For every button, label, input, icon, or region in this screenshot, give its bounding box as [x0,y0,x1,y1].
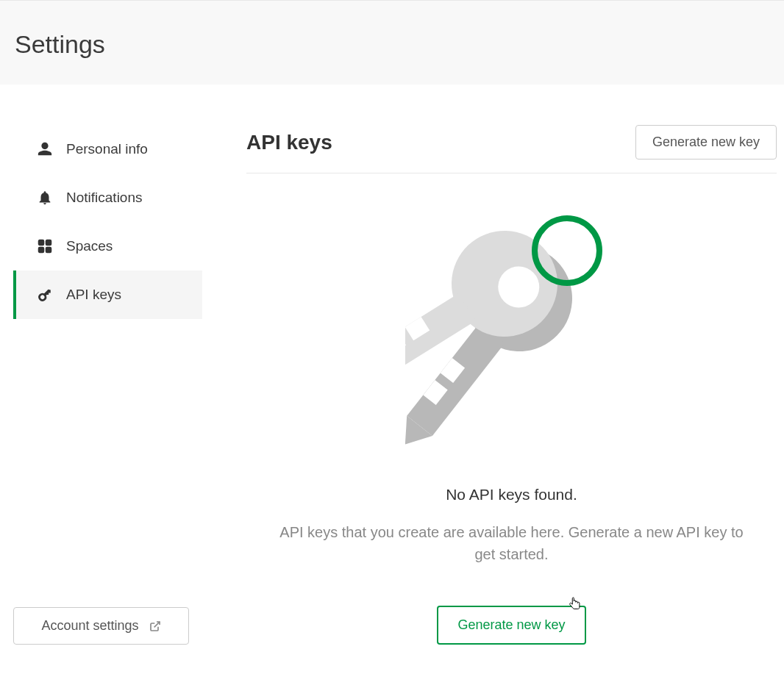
sidebar-item-label: Notifications [66,190,143,206]
svg-rect-0 [39,240,44,245]
key-icon [37,287,53,303]
svg-line-4 [154,622,159,627]
keys-illustration [405,214,619,456]
sidebar-item-notifications[interactable]: Notifications [13,173,202,222]
empty-state-title: No API keys found. [446,486,577,503]
account-settings-button[interactable]: Account settings [13,607,189,645]
sidebar-item-label: API keys [66,287,121,303]
grid-icon [37,238,53,254]
empty-state-description: API keys that you create are available h… [277,521,747,565]
sidebar-item-label: Spaces [66,238,113,254]
sidebar-items: Personal info Notifications Space [13,125,202,512]
main-panel: API keys Generate new key [202,125,784,645]
sidebar-item-spaces[interactable]: Spaces [13,222,202,270]
sidebar: Personal info Notifications Space [0,125,202,645]
account-settings-label: Account settings [41,618,138,634]
person-icon [37,141,53,157]
content-area: Personal info Notifications Space [0,85,784,645]
empty-state: No API keys found. API keys that you cre… [246,173,777,645]
section-title: API keys [246,131,332,154]
sidebar-item-personal-info[interactable]: Personal info [13,125,202,173]
external-link-icon [149,620,161,632]
sidebar-item-api-keys[interactable]: API keys [13,270,202,319]
svg-rect-2 [39,248,44,253]
page-header: Settings [0,0,784,85]
generate-new-key-button-top[interactable]: Generate new key [635,125,777,159]
sidebar-item-label: Personal info [66,141,148,157]
cursor-hand-icon [568,596,582,614]
svg-rect-1 [46,240,51,245]
generate-new-key-button-primary[interactable]: Generate new key [437,606,585,645]
page-title: Settings [15,30,769,59]
svg-rect-3 [46,248,51,253]
main-header: API keys Generate new key [246,125,777,173]
bell-icon [37,190,53,206]
